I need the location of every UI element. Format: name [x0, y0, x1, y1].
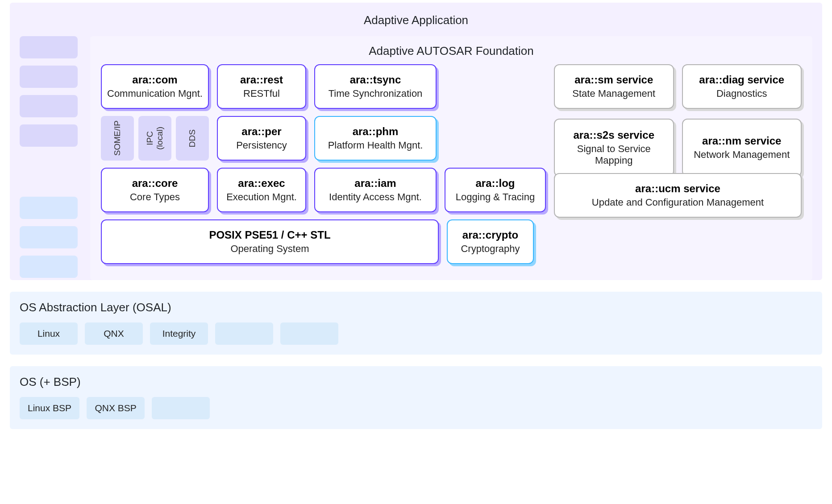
- sidebar-slot: [20, 95, 78, 117]
- protocol-dds: DDS: [176, 116, 209, 161]
- service-ara-nm: ara::nm service Network Management: [682, 119, 802, 177]
- osbsp-title: OS (+ BSP): [20, 375, 812, 389]
- service-desc: Network Management: [694, 149, 790, 161]
- service-name: ara::diag service: [699, 74, 784, 86]
- sidebar-slot: [20, 256, 78, 278]
- module-name: ara::rest: [240, 74, 283, 86]
- service-ara-ucm: ara::ucm service Update and Configuratio…: [554, 173, 802, 218]
- module-desc: Persistency: [236, 140, 287, 151]
- service-ara-s2s: ara::s2s service Signal to Service Mappi…: [554, 119, 674, 177]
- sidebar-slot: [20, 66, 78, 88]
- osal-chip-empty: [215, 322, 273, 345]
- module-ara-com: ara::com Communication Mgnt.: [101, 64, 209, 109]
- service-name: ara::nm service: [702, 135, 781, 147]
- module-ara-phm: ara::phm Platform Health Mgnt.: [314, 116, 437, 161]
- foundation-title: Adaptive AUTOSAR Foundation: [101, 44, 802, 58]
- service-name: ara::ucm service: [635, 182, 720, 195]
- osal-chip: Linux: [20, 322, 78, 345]
- osbsp-chip: Linux BSP: [20, 397, 79, 419]
- sidebar-slot: [20, 36, 78, 58]
- module-name: ara::phm: [353, 125, 399, 138]
- foundation-content: ara::com Communication Mgnt. ara::rest R…: [101, 64, 802, 264]
- module-name: ara::per: [241, 125, 281, 138]
- module-desc: Cryptography: [461, 243, 520, 255]
- module-posix: POSIX PSE51 / C++ STL Operating System: [101, 219, 439, 264]
- foundation-left: ara::com Communication Mgnt. ara::rest R…: [101, 64, 546, 264]
- module-ara-exec: ara::exec Execution Mgnt.: [217, 168, 306, 212]
- adaptive-application-panel: Adaptive Application Adaptive AUTOSAR Fo…: [10, 3, 822, 280]
- sidebar-slot: [20, 226, 78, 248]
- protocol-label: IPC (local): [145, 127, 165, 150]
- osal-title: OS Abstraction Layer (OSAL): [20, 301, 812, 314]
- sidebar-slot: [20, 197, 78, 219]
- osbsp-chiprow: Linux BSP QNX BSP: [20, 397, 812, 419]
- module-ara-per: ara::per Persistency: [217, 116, 306, 161]
- osal-chip: QNX: [85, 322, 143, 345]
- foundation-panel: Adaptive AUTOSAR Foundation ara::com Com…: [90, 36, 812, 280]
- module-desc: Operating System: [230, 243, 309, 255]
- adaptive-application-title: Adaptive Application: [20, 13, 812, 27]
- module-ara-core: ara::core Core Types: [101, 168, 209, 212]
- module-name: ara::log: [475, 177, 515, 190]
- module-ara-log: ara::log Logging & Tracing: [445, 168, 546, 212]
- service-desc: Diagnostics: [716, 88, 767, 99]
- module-name: ara::tsync: [350, 74, 401, 86]
- protocol-group: SOME/IP IPC (local) DDS: [101, 116, 209, 161]
- sidebar-spacer: [20, 154, 78, 190]
- module-row-2: SOME/IP IPC (local) DDS: [101, 116, 546, 161]
- osbsp-panel: OS (+ BSP) Linux BSP QNX BSP: [10, 366, 822, 429]
- service-desc: Update and Configuration Management: [592, 197, 764, 208]
- module-desc: Communication Mgnt.: [107, 88, 203, 99]
- module-name: POSIX PSE51 / C++ STL: [209, 229, 330, 241]
- service-name: ara::s2s service: [574, 129, 654, 141]
- module-name: ara::com: [132, 74, 177, 86]
- protocol-label-b: (local): [155, 127, 165, 150]
- module-row-3: ara::core Core Types ara::exec Execution…: [101, 168, 546, 212]
- module-name: ara::iam: [354, 177, 396, 190]
- service-desc: Signal to Service Mapping: [557, 143, 670, 166]
- osal-chip: Integrity: [150, 322, 208, 345]
- service-ara-sm: ara::sm service State Management: [554, 64, 674, 109]
- service-name: ara::sm service: [574, 74, 653, 86]
- osbsp-chip-empty: [152, 397, 210, 419]
- protocol-label-a: IPC: [145, 131, 155, 145]
- module-ara-iam: ara::iam Identity Access Mgnt.: [314, 168, 437, 212]
- service-ara-diag: ara::diag service Diagnostics: [682, 64, 802, 109]
- module-ara-rest: ara::rest RESTful: [217, 64, 306, 109]
- protocol-someip: SOME/IP: [101, 116, 134, 161]
- module-desc: Logging & Tracing: [456, 191, 535, 203]
- module-name: ara::exec: [238, 177, 285, 190]
- adaptive-body: Adaptive AUTOSAR Foundation ara::com Com…: [20, 36, 812, 280]
- module-row-os: POSIX PSE51 / C++ STL Operating System a…: [101, 219, 546, 264]
- module-row-1: ara::com Communication Mgnt. ara::rest R…: [101, 64, 546, 109]
- osal-panel: OS Abstraction Layer (OSAL) Linux QNX In…: [10, 292, 822, 355]
- module-name: ara::core: [132, 177, 178, 190]
- sidebar-slot: [20, 124, 78, 147]
- module-ara-crypto: ara::crypto Cryptography: [447, 219, 534, 264]
- module-desc: Time Synchronization: [329, 88, 423, 99]
- module-desc: Platform Health Mgnt.: [328, 140, 423, 151]
- protocol-label: DDS: [187, 129, 197, 147]
- service-desc: State Management: [572, 88, 655, 99]
- module-ara-tsync: ara::tsync Time Synchronization: [314, 64, 437, 109]
- osal-chiprow: Linux QNX Integrity: [20, 322, 812, 345]
- module-desc: Core Types: [130, 191, 180, 203]
- service-column: ara::sm service State Management ara::di…: [554, 64, 802, 264]
- osal-chip-empty: [280, 322, 338, 345]
- module-name: ara::crypto: [462, 229, 518, 241]
- adaptive-sidebar: [20, 36, 78, 280]
- module-desc: Identity Access Mgnt.: [329, 191, 422, 203]
- module-desc: RESTful: [243, 88, 280, 99]
- protocol-label: SOME/IP: [112, 120, 122, 156]
- protocol-ipc: IPC (local): [138, 116, 171, 161]
- module-desc: Execution Mgnt.: [226, 191, 297, 203]
- osbsp-chip: QNX BSP: [87, 397, 145, 419]
